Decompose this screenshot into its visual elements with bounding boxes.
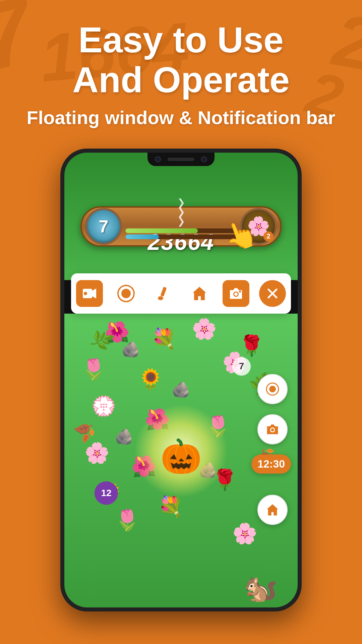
toolbar-record-button[interactable] [76, 280, 103, 307]
svg-point-9 [234, 292, 238, 296]
header-section: Easy to Use And Operate Floating window … [0, 0, 362, 142]
svg-point-4 [121, 289, 131, 298]
arrow-1: ❯ [177, 198, 185, 207]
progress-bar-blue-bg [125, 234, 237, 239]
progress-bar-green-bg [125, 228, 237, 233]
svg-marker-7 [193, 287, 206, 300]
flower-8: 💮 [91, 394, 116, 418]
phone-frame: 7 ❯ ❯ ❯ 23664 [60, 149, 302, 611]
float-camera-button[interactable] [257, 414, 288, 444]
squirrel-character: 🐿️ [244, 573, 278, 604]
title-line2: And Operate [0, 60, 362, 100]
record-circle-icon [117, 284, 135, 303]
float-record-circle-icon [266, 382, 279, 396]
arrow-3: ❯ [177, 217, 185, 226]
close-icon [265, 286, 280, 301]
notch-speaker [168, 158, 194, 161]
main-title: Easy to Use And Operate [0, 20, 362, 100]
dirt-1: 🪨 [121, 340, 140, 358]
svg-marker-17 [267, 504, 278, 515]
svg-point-2 [84, 292, 87, 295]
camera-icon [229, 286, 243, 301]
notch-camera [155, 156, 161, 162]
float-record-button[interactable] [257, 374, 288, 404]
flower-16: 🌷 [115, 508, 140, 532]
floating-toolbar [71, 273, 291, 314]
game-top-area: 7 ❯ ❯ ❯ 23664 [64, 153, 298, 280]
toolbar-circle-button[interactable] [113, 280, 139, 307]
svg-point-6 [158, 296, 163, 300]
phone-notch [147, 153, 215, 166]
title-line1: Easy to Use [0, 20, 362, 60]
score-arrows: ❯ ❯ ❯ [177, 198, 185, 226]
game-field: 🎃 🌺 💐 🌸 🌹 🌷 🌻 🌸 💮 🌺 🌷 🌸 🌺 🌹 🌻 💐 🌷 🌸 🪨 � [64, 314, 298, 607]
subtitle: Floating window & Notification bar [0, 107, 362, 128]
notch-camera-2 [201, 156, 207, 162]
level-number: 7 [99, 216, 109, 236]
number-badge-12: 12 [95, 481, 118, 505]
svg-point-16 [271, 428, 274, 431]
dirt-2: 🪨 [172, 381, 190, 398]
float-home-button[interactable] [257, 495, 288, 525]
svg-point-10 [239, 290, 241, 292]
phone-container: 7 ❯ ❯ ❯ 23664 [0, 149, 362, 611]
time-text: 12:30 [257, 458, 285, 470]
petal-3: 🍂 [71, 416, 99, 445]
video-record-icon [82, 286, 97, 301]
toolbar-brush-button[interactable] [149, 280, 176, 307]
home-icon [191, 285, 207, 302]
float-home-icon [266, 503, 279, 517]
float-time-display: 12:30 [251, 454, 291, 474]
toolbar-home-button[interactable] [186, 280, 213, 307]
flower-15: 💐 [158, 495, 183, 519]
toolbar-close-button[interactable] [259, 280, 286, 307]
center-flower: 🎃 [160, 437, 202, 476]
progress-bar-blue-fill [125, 234, 159, 239]
float-camera-icon [266, 423, 279, 436]
dirt-3: 🪨 [115, 428, 133, 445]
svg-rect-5 [161, 286, 167, 297]
progress-bar-green-fill [125, 228, 198, 233]
brush-icon [155, 286, 170, 301]
progress-bars [125, 228, 237, 240]
number-badge-7: 7 [232, 357, 251, 376]
svg-point-14 [269, 386, 276, 392]
flower-badge-count: 2 [263, 231, 274, 241]
svg-marker-1 [92, 288, 96, 299]
flower-6: 🌻 [138, 367, 163, 391]
flower-17: 🌸 [232, 522, 257, 545]
toolbar-camera-button[interactable] [223, 280, 249, 307]
arrow-2: ❯ [177, 207, 185, 217]
flower-2: 💐 [152, 327, 177, 351]
level-badge: 7 [85, 208, 122, 245]
flower-5: 🌷 [81, 357, 106, 381]
flower-11: 🌸 [84, 441, 110, 465]
flower-3: 🌸 [192, 317, 217, 341]
